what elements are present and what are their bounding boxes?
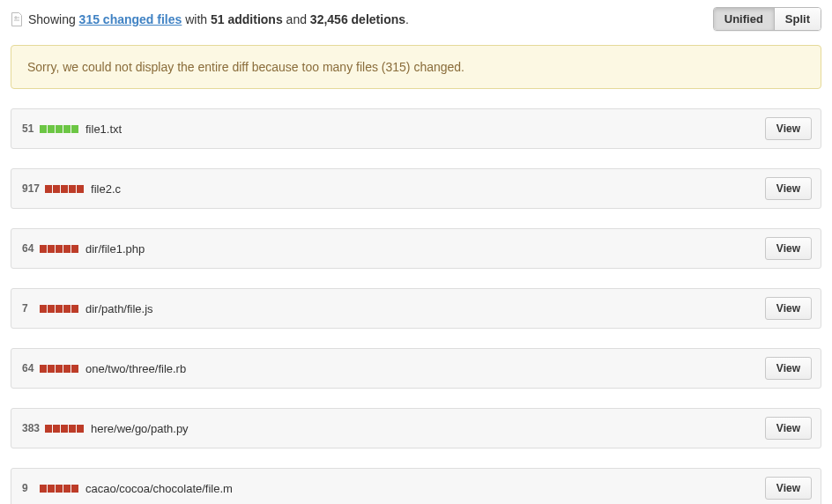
- view-file-button[interactable]: View: [765, 237, 812, 260]
- split-toggle[interactable]: Split: [774, 8, 821, 30]
- view-file-button[interactable]: View: [765, 477, 812, 500]
- del-block-icon: [77, 425, 84, 433]
- diffstat-blocks: [40, 245, 78, 253]
- del-block-icon: [53, 185, 60, 193]
- del-block-icon: [63, 245, 71, 253]
- deletions-count: 32,456: [310, 12, 348, 26]
- del-block-icon: [56, 305, 63, 313]
- summary-text: Showing 315 changed files with 51 additi…: [11, 12, 409, 26]
- file-row: 7dir/path/file.jsView: [11, 288, 821, 329]
- del-block-icon: [45, 425, 52, 433]
- del-block-icon: [71, 245, 78, 253]
- del-block-icon: [69, 425, 76, 433]
- diff-view-toggle: Unified Split: [713, 7, 821, 31]
- del-block-icon: [71, 305, 78, 313]
- diffstat-blocks: [45, 185, 84, 193]
- file-list: 51file1.txtView917file2.cView64dir/file1…: [11, 108, 821, 504]
- del-block-icon: [69, 185, 76, 193]
- file-name[interactable]: file2.c: [91, 182, 765, 196]
- add-block-icon: [56, 125, 63, 133]
- diffstat-blocks: [40, 365, 78, 373]
- file-row: 64dir/file1.phpView: [11, 228, 821, 269]
- del-block-icon: [40, 245, 47, 253]
- diffstat-blocks: [40, 305, 78, 313]
- view-file-button[interactable]: View: [765, 177, 812, 200]
- del-block-icon: [53, 425, 60, 433]
- del-block-icon: [71, 485, 78, 493]
- file-name[interactable]: cacao/cocoa/chocolate/file.m: [85, 482, 765, 495]
- diff-file-icon: [11, 12, 23, 26]
- file-name[interactable]: dir/file1.php: [85, 242, 765, 256]
- del-block-icon: [40, 485, 47, 493]
- del-block-icon: [45, 185, 52, 193]
- change-count: 7: [22, 302, 34, 315]
- del-block-icon: [63, 365, 71, 373]
- change-count: 917: [22, 182, 40, 195]
- del-block-icon: [48, 365, 55, 373]
- del-block-icon: [40, 305, 47, 313]
- del-block-icon: [56, 365, 63, 373]
- del-block-icon: [40, 365, 47, 373]
- del-block-icon: [63, 485, 71, 493]
- del-block-icon: [48, 485, 55, 493]
- add-block-icon: [71, 125, 78, 133]
- del-block-icon: [48, 305, 55, 313]
- del-block-icon: [61, 185, 68, 193]
- diffstat-blocks: [40, 485, 78, 493]
- changed-files-link[interactable]: 315 changed files: [79, 12, 182, 26]
- change-count: 9: [22, 482, 34, 494]
- del-block-icon: [48, 245, 55, 253]
- diff-truncated-warning: Sorry, we could not display the entire d…: [11, 45, 821, 89]
- diffstat-blocks: [45, 425, 84, 433]
- unified-toggle[interactable]: Unified: [714, 8, 774, 30]
- additions-count: 51: [211, 12, 225, 26]
- view-file-button[interactable]: View: [765, 117, 812, 140]
- del-block-icon: [56, 245, 63, 253]
- file-name[interactable]: here/we/go/path.py: [91, 422, 765, 435]
- file-row: 64one/two/three/file.rbView: [11, 348, 821, 389]
- file-row: 9cacao/cocoa/chocolate/file.mView: [11, 468, 821, 504]
- diffstat-blocks: [40, 125, 78, 133]
- view-file-button[interactable]: View: [765, 357, 812, 380]
- change-count: 64: [22, 362, 34, 374]
- view-file-button[interactable]: View: [765, 417, 812, 440]
- file-name[interactable]: dir/path/file.js: [85, 302, 765, 315]
- add-block-icon: [48, 125, 55, 133]
- view-file-button[interactable]: View: [765, 297, 812, 320]
- file-row: 383here/we/go/path.pyView: [11, 408, 821, 448]
- file-name[interactable]: file1.txt: [85, 122, 765, 136]
- del-block-icon: [77, 185, 84, 193]
- add-block-icon: [63, 125, 71, 133]
- del-block-icon: [61, 425, 68, 433]
- change-count: 64: [22, 242, 34, 255]
- file-row: 917file2.cView: [11, 168, 821, 209]
- file-row: 51file1.txtView: [11, 108, 821, 149]
- del-block-icon: [63, 305, 71, 313]
- change-count: 51: [22, 122, 34, 135]
- del-block-icon: [71, 365, 78, 373]
- summary-bar: Showing 315 changed files with 51 additi…: [11, 7, 821, 31]
- file-name[interactable]: one/two/three/file.rb: [85, 362, 765, 375]
- summary-sentence: Showing 315 changed files with 51 additi…: [28, 12, 409, 26]
- add-block-icon: [40, 125, 47, 133]
- change-count: 383: [22, 422, 40, 434]
- del-block-icon: [56, 485, 63, 493]
